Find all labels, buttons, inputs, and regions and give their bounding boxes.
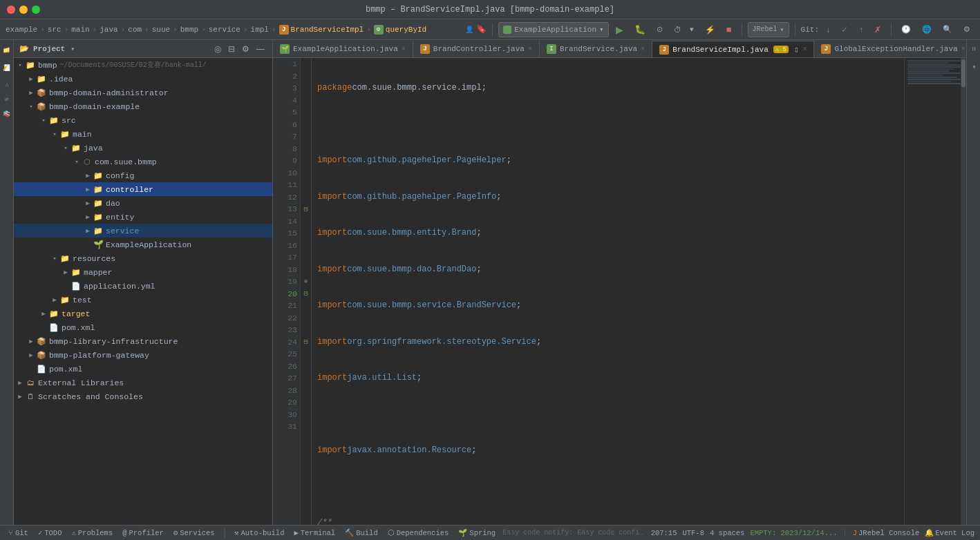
translate-button[interactable]: 🌐	[918, 22, 936, 37]
tree-item-mapper[interactable]: ▶ 📁 mapper	[14, 265, 272, 279]
tree-item-example[interactable]: ▾ 📦 bmmp-domain-example	[14, 99, 272, 113]
settings-button[interactable]: ⚙	[959, 22, 974, 37]
code-area[interactable]: package com.suue.bmmp.service.impl; impo…	[312, 58, 904, 525]
tree-item-src[interactable]: ▾ 📁 src	[14, 113, 272, 127]
user-icon[interactable]: 👤	[465, 26, 473, 34]
scrollbar-thumb[interactable]	[961, 59, 965, 87]
stop-button[interactable]: ■	[722, 22, 736, 37]
tab-brand-service-impl[interactable]: J BrandServiceImpl.java ⚠ 5 ⇕ ×	[652, 41, 814, 57]
breadcrumb-bmmp[interactable]: bmmp	[180, 26, 198, 34]
spring-item[interactable]: 🌱 Spring	[455, 528, 498, 538]
breadcrumb-java[interactable]: java	[100, 26, 117, 34]
breadcrumb-class[interactable]: BrandServiceImpl	[291, 26, 364, 34]
run-button[interactable]: ▶	[612, 22, 628, 37]
fold-marker-24[interactable]: ⊟	[301, 336, 311, 349]
tab-close-controller[interactable]: ×	[528, 46, 532, 53]
tree-item-package[interactable]: ▾ ⬡ com.suue.bmmp	[14, 155, 272, 168]
pull-requests-icon[interactable]: ⇅	[2, 95, 12, 104]
panel-dropdown-arrow[interactable]: ▾	[70, 45, 75, 53]
problems-item[interactable]: ⚠ Problems	[68, 528, 115, 538]
clock-button[interactable]: 🕐	[897, 22, 915, 37]
tree-item-dao[interactable]: ▶ 📁 dao	[14, 196, 272, 210]
collapse-all-btn[interactable]: ⊟	[226, 44, 237, 55]
coverage-button[interactable]: ⊙	[652, 22, 667, 37]
breadcrumb-main[interactable]: main	[71, 26, 89, 34]
tree-item-bmmp[interactable]: ▾ 📁 bmmp ~/Documents/00SUSE/02竞赛/bank-ma…	[14, 58, 272, 72]
favorites-icon[interactable]: ★	[968, 59, 979, 73]
auto-build-item[interactable]: ⚒ Auto-build	[232, 528, 287, 538]
project-view-icon[interactable]: 📁	[2, 44, 12, 57]
settings-panel-btn[interactable]: ⚙	[240, 44, 252, 55]
tree-item-ext-lib[interactable]: ▶ 🗂 External Libraries	[14, 376, 272, 389]
encoding[interactable]: UTF-8	[682, 529, 704, 537]
tab-close-service[interactable]: ×	[641, 46, 645, 53]
window-controls[interactable]	[7, 6, 40, 14]
tree-item-library[interactable]: ▶ 📦 bmmp-library-infrastructure	[14, 334, 272, 348]
profile-button[interactable]: ⏱	[670, 22, 686, 37]
more-run-button[interactable]: ▾	[686, 22, 698, 37]
fold-marker-13[interactable]: ⊟	[301, 203, 311, 215]
tree-item-scratches[interactable]: ▶ 🗒 Scratches and Consoles	[14, 389, 272, 403]
git-update-button[interactable]: ↓	[822, 22, 834, 37]
debug-button[interactable]: 🐛	[630, 22, 650, 37]
git-push-button[interactable]: ↑	[855, 22, 867, 37]
maximize-button[interactable]	[32, 6, 40, 14]
breadcrumb-src[interactable]: src	[48, 26, 62, 34]
breadcrumb-service[interactable]: service	[209, 26, 241, 34]
tab-close-exception[interactable]: ×	[961, 46, 965, 53]
tree-item-pom-example[interactable]: 📄 pom.xml	[14, 320, 272, 334]
event-log-item[interactable]: 🔔 Event Log	[925, 528, 974, 537]
close-button[interactable]	[7, 6, 15, 14]
breadcrumb-impl[interactable]: impl	[251, 26, 269, 34]
tab-example-application[interactable]: 🌱 ExampleApplication.java ×	[273, 41, 413, 57]
tree-item-target[interactable]: ▶ 📁 target	[14, 307, 272, 320]
tab-brand-service[interactable]: I BrandService.java ×	[540, 41, 652, 57]
locate-btn[interactable]: ◎	[212, 44, 223, 55]
tree-item-main[interactable]: ▾ 📁 main	[14, 127, 272, 141]
build-item[interactable]: 🔨 Build	[342, 528, 381, 538]
tree-item-service[interactable]: ▶ 📁 service	[14, 224, 272, 238]
tree-item-pom-root[interactable]: 📄 pom.xml	[14, 362, 272, 376]
tree-item-config[interactable]: ▶ 📁 config	[14, 168, 272, 182]
fold-marker-20[interactable]: ⊟	[301, 288, 311, 300]
profiler-item[interactable]: @ Profiler	[120, 528, 167, 538]
editor-scrollbar[interactable]	[961, 58, 966, 525]
indent[interactable]: 4 spaces	[710, 529, 744, 537]
tree-item-resources[interactable]: ▾ 📁 resources	[14, 251, 272, 265]
deps-item[interactable]: ⬡ Dependencies	[385, 528, 452, 538]
breadcrumb-com[interactable]: com	[128, 26, 142, 34]
tree-item-gateway[interactable]: ▶ 📦 bmmp-platform-gateway	[14, 348, 272, 362]
tree-item-java[interactable]: ▾ 📁 java	[14, 141, 272, 155]
git-commit-button[interactable]: ✓	[837, 22, 852, 37]
services-item[interactable]: ⚙ Services	[171, 528, 218, 538]
hide-panel-btn[interactable]: —	[254, 44, 267, 55]
terminal-item[interactable]: ▶ Terminal	[291, 528, 338, 538]
git-status-item[interactable]: ⑂ Git	[6, 528, 31, 538]
breadcrumb-suue[interactable]: suue	[152, 26, 170, 34]
git-tool-icon[interactable]: ⑂	[2, 79, 12, 90]
tree-item-test[interactable]: ▶ 📁 test	[14, 293, 272, 307]
tree-item-idea[interactable]: ▶ 📁 .idea	[14, 72, 272, 86]
breadcrumb-method[interactable]: queryById	[386, 26, 426, 34]
tab-close-impl[interactable]: ×	[802, 46, 807, 53]
git-revert-button[interactable]: ✗	[870, 22, 885, 37]
tree-item-example-app[interactable]: 🌱 ExampleApplication	[14, 238, 272, 251]
force-button[interactable]: ⚡	[701, 22, 719, 37]
run-config-dropdown[interactable]: ExampleApplication ▾	[498, 22, 608, 37]
minimize-button[interactable]	[19, 6, 28, 14]
learn-icon[interactable]: 📚	[2, 108, 12, 121]
tab-close-example[interactable]: ×	[402, 46, 406, 53]
jrebel-console-item[interactable]: J JRebel Console	[853, 529, 920, 537]
tree-item-controller[interactable]: ▶ 📁 controller	[14, 182, 272, 196]
tree-item-administrator[interactable]: ▶ 📦 bmmp-domain-administrator	[14, 86, 272, 99]
tree-item-entity[interactable]: ▶ 📁 entity	[14, 210, 272, 224]
tab-global-exception[interactable]: J GlobalExceptionHandler.java ×	[814, 41, 966, 57]
breadcrumb-example[interactable]: example	[6, 26, 37, 34]
jrebel-dropdown[interactable]: JRebel ▾	[748, 22, 789, 37]
structure-icon[interactable]: ≡	[968, 44, 979, 54]
search-button[interactable]: 🔍	[939, 22, 957, 37]
commit-icon[interactable]: 📝	[2, 61, 12, 75]
todo-item[interactable]: ✓ TODO	[35, 528, 65, 538]
bookmark-icon[interactable]: 🔖	[476, 24, 487, 35]
tree-item-yml[interactable]: 📄 application.yml	[14, 279, 272, 293]
